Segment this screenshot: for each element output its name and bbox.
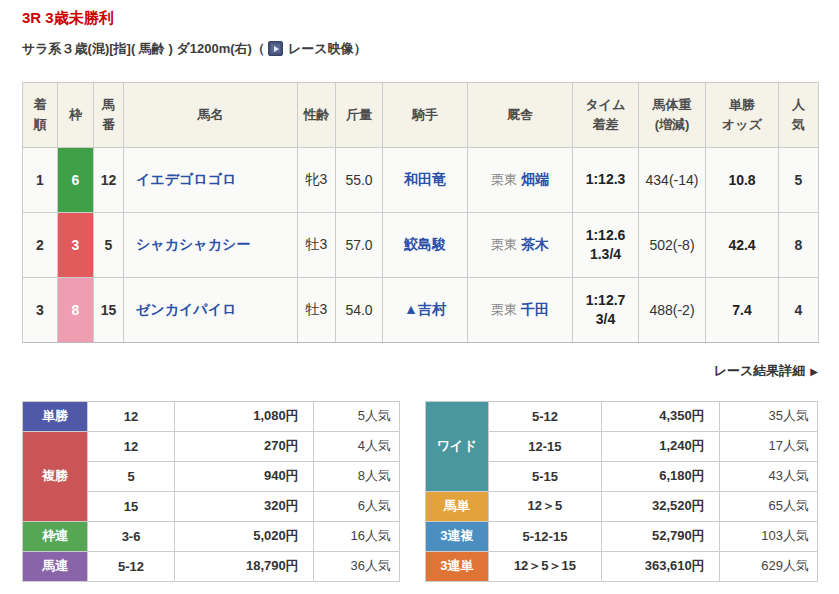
bet-type-bracket-quinella: 枠連 xyxy=(23,521,88,551)
finish-position: 1 xyxy=(23,147,58,212)
race-conditions-text: サラ系３歳(混)[指]( 馬齢 ) ダ1200m(右) xyxy=(22,40,252,58)
payout-row-quinella: 馬連 5-12 18,790円 36人気 xyxy=(23,551,400,581)
combination: 12＞5＞15 xyxy=(488,551,602,581)
jockey-link[interactable]: ▲吉村 xyxy=(404,301,446,317)
combination: 12＞5 xyxy=(488,491,602,521)
horse-weight: 488(-2) xyxy=(639,277,706,342)
stable-region: 栗東 xyxy=(491,237,517,252)
horse-name-link[interactable]: シャカシャカシー xyxy=(136,236,250,252)
payout-row-trifecta: 3連単 12＞5＞15 363,610円 629人気 xyxy=(426,551,818,581)
result-row-1: 1 6 12 イエデゴロゴロ 牝3 55.0 和田竜 栗東畑端 1:12.3 4… xyxy=(23,147,819,212)
horse-weight: 434(-14) xyxy=(639,147,706,212)
payout-popularity: 8人気 xyxy=(313,461,399,491)
horse-number: 12 xyxy=(94,147,124,212)
payout-popularity: 103人気 xyxy=(719,521,817,551)
frame-number-badge: 8 xyxy=(58,277,94,342)
race-title: 3R 3歳未勝利 xyxy=(22,10,818,27)
combination: 12 xyxy=(88,401,174,431)
bet-type-trifecta: 3連単 xyxy=(426,551,488,581)
combination: 5-15 xyxy=(488,461,602,491)
payout-amount: 940円 xyxy=(174,461,313,491)
payout-amount: 18,790円 xyxy=(174,551,313,581)
payout-popularity: 36人気 xyxy=(313,551,399,581)
col-header-popularity: 人 気 xyxy=(779,82,819,147)
detail-link-label: レース結果詳細 xyxy=(714,363,806,378)
race-video-link[interactable]: レース映像 xyxy=(288,40,354,58)
payout-amount: 52,790円 xyxy=(602,521,719,551)
payout-popularity: 65人気 xyxy=(719,491,817,521)
payout-table-right: ワイド 5-12 4,350円 35人気 12-15 1,240円 17人気 5… xyxy=(425,401,818,582)
horse-name-cell: イエデゴロゴロ xyxy=(124,147,298,212)
horse-number: 15 xyxy=(94,277,124,342)
col-header-horse-number: 馬 番 xyxy=(94,82,124,147)
col-header-frame: 枠 xyxy=(58,82,94,147)
horse-number: 5 xyxy=(94,212,124,277)
combination: 5-12 xyxy=(488,401,602,431)
col-header-win-odds: 単勝 オッズ xyxy=(706,82,779,147)
sex-age: 牡3 xyxy=(298,212,336,277)
payout-amount: 4,350円 xyxy=(602,401,719,431)
payout-amount: 363,610円 xyxy=(602,551,719,581)
finish-position: 2 xyxy=(23,212,58,277)
payout-row-bracket-quinella: 枠連 3-6 5,020円 16人気 xyxy=(23,521,400,551)
horse-name-link[interactable]: ゼンカイパイロ xyxy=(136,301,236,317)
col-header-stable: 厩舎 xyxy=(468,82,573,147)
payout-section: 単勝 12 1,080円 5人気 複勝 12 270円 4人気 5 940円 8… xyxy=(22,401,818,582)
trainer-link[interactable]: 畑端 xyxy=(521,171,549,187)
payout-amount: 1,240円 xyxy=(602,431,719,461)
bet-type-win: 単勝 xyxy=(23,401,88,431)
horse-name-cell: シャカシャカシー xyxy=(124,212,298,277)
payout-popularity: 43人気 xyxy=(719,461,817,491)
trainer-link[interactable]: 千田 xyxy=(521,301,549,317)
payout-amount: 320円 xyxy=(174,491,313,521)
time-margin: 1:12.3 xyxy=(573,147,639,212)
combination: 3-6 xyxy=(88,521,174,551)
col-header-horse-weight: 馬体重 (増減) xyxy=(639,82,706,147)
weight-carried: 55.0 xyxy=(336,147,383,212)
payout-row-place: 複勝 12 270円 4人気 xyxy=(23,431,400,461)
popularity: 4 xyxy=(779,277,819,342)
detail-link-row: レース結果詳細▶ xyxy=(22,362,818,380)
win-odds: 10.8 xyxy=(706,147,779,212)
jockey-link[interactable]: 和田竜 xyxy=(404,171,446,187)
payout-popularity: 6人気 xyxy=(313,491,399,521)
combination: 5 xyxy=(88,461,174,491)
combination: 5-12-15 xyxy=(488,521,602,551)
payout-popularity: 4人気 xyxy=(313,431,399,461)
sex-age: 牝3 xyxy=(298,147,336,212)
frame-number-badge: 3 xyxy=(58,212,94,277)
combination: 12-15 xyxy=(488,431,602,461)
col-header-sex-age: 性齢 xyxy=(298,82,336,147)
race-result-detail-link[interactable]: レース結果詳細▶ xyxy=(714,363,818,378)
race-result-page: 3R 3歳未勝利 サラ系３歳(混)[指]( 馬齢 ) ダ1200m(右) （ レ… xyxy=(0,0,839,594)
jockey-link[interactable]: 鮫島駿 xyxy=(404,236,446,252)
finish-position: 3 xyxy=(23,277,58,342)
result-row-2: 2 3 5 シャカシャカシー 牡3 57.0 鮫島駿 栗東茶木 1:12.6 1… xyxy=(23,212,819,277)
payout-popularity: 35人気 xyxy=(719,401,817,431)
horse-name-link[interactable]: イエデゴロゴロ xyxy=(136,171,236,187)
popularity: 5 xyxy=(779,147,819,212)
trainer-link[interactable]: 茶木 xyxy=(521,236,549,252)
payout-table-left: 単勝 12 1,080円 5人気 複勝 12 270円 4人気 5 940円 8… xyxy=(22,401,400,582)
payout-popularity: 5人気 xyxy=(313,401,399,431)
payout-row-trio: 3連複 5-12-15 52,790円 103人気 xyxy=(426,521,818,551)
right-arrow-icon: ▶ xyxy=(810,366,818,377)
payout-row-exacta: 馬単 12＞5 32,520円 65人気 xyxy=(426,491,818,521)
jockey-cell: 和田竜 xyxy=(383,147,468,212)
payout-popularity: 16人気 xyxy=(313,521,399,551)
col-header-weight-carried: 斤量 xyxy=(336,82,383,147)
weight-carried: 54.0 xyxy=(336,277,383,342)
payout-row-wide: ワイド 5-12 4,350円 35人気 xyxy=(426,401,818,431)
stable-cell: 栗東畑端 xyxy=(468,147,573,212)
sex-age: 牡3 xyxy=(298,277,336,342)
stable-region: 栗東 xyxy=(491,172,517,187)
popularity: 8 xyxy=(779,212,819,277)
horse-name-cell: ゼンカイパイロ xyxy=(124,277,298,342)
stable-cell: 栗東茶木 xyxy=(468,212,573,277)
payout-amount: 6,180円 xyxy=(602,461,719,491)
payout-amount: 32,520円 xyxy=(602,491,719,521)
frame-number-badge: 6 xyxy=(58,147,94,212)
paren-close: ） xyxy=(353,40,366,58)
payout-popularity: 629人気 xyxy=(719,551,817,581)
time-margin: 1:12.7 3/4 xyxy=(573,277,639,342)
